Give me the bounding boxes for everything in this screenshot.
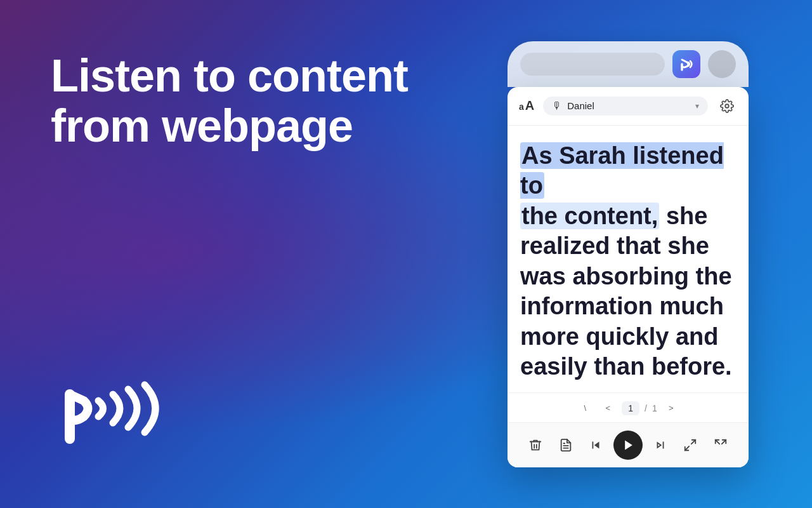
popup-controls bbox=[508, 422, 749, 467]
reading-text: As Sarah listened to the content, she re… bbox=[520, 141, 736, 382]
highlighted-text-blue: As Sarah listened to bbox=[520, 142, 724, 199]
play-button[interactable] bbox=[613, 431, 643, 460]
popup-content: As Sarah listened to the content, she re… bbox=[508, 126, 749, 392]
logo-area bbox=[51, 378, 431, 457]
small-a: a bbox=[519, 102, 524, 112]
font-size-button[interactable]: a A bbox=[519, 98, 534, 113]
browser-bar bbox=[508, 41, 749, 87]
svg-marker-4 bbox=[625, 440, 632, 450]
voice-name: Daniel bbox=[567, 100, 690, 111]
chevron-down-icon: ▾ bbox=[695, 102, 699, 110]
highlighted-text-light: the content, bbox=[520, 203, 659, 229]
skip-forward-button[interactable] bbox=[648, 432, 673, 458]
svg-line-6 bbox=[685, 446, 689, 450]
next-page-button[interactable]: > bbox=[662, 399, 680, 417]
page-number: 1 bbox=[622, 401, 639, 415]
skip-back-button[interactable] bbox=[583, 432, 608, 458]
voice-selector[interactable]: 🎙 Daniel ▾ bbox=[543, 97, 708, 116]
svg-line-7 bbox=[722, 439, 726, 443]
svg-line-8 bbox=[716, 439, 719, 443]
window-button[interactable] bbox=[708, 432, 733, 458]
delete-button[interactable] bbox=[523, 432, 548, 458]
right-section: a A 🎙 Daniel ▾ As Sarah bbox=[495, 41, 761, 467]
user-avatar bbox=[708, 50, 736, 78]
headline-line1: Listen to content bbox=[51, 51, 431, 101]
expand-button[interactable] bbox=[678, 432, 703, 458]
app-logo bbox=[51, 378, 190, 455]
reader-popup: a A 🎙 Daniel ▾ As Sarah bbox=[508, 87, 749, 467]
page-separator: / bbox=[645, 403, 647, 413]
settings-button[interactable] bbox=[717, 96, 737, 116]
large-a: A bbox=[525, 98, 534, 113]
microphone-icon: 🎙 bbox=[552, 100, 562, 112]
document-button[interactable] bbox=[553, 432, 579, 458]
total-pages: 1 bbox=[652, 403, 657, 413]
url-bar bbox=[520, 53, 665, 76]
popup-pagination: \ < 1 / 1 > bbox=[508, 392, 749, 422]
left-section: Listen to content from webpage bbox=[51, 38, 431, 470]
content-area: Listen to content from webpage bbox=[0, 0, 812, 508]
extension-icon[interactable] bbox=[672, 50, 700, 78]
headline-line2: from webpage bbox=[51, 101, 431, 151]
back-slash: \ bbox=[576, 399, 594, 417]
svg-point-0 bbox=[725, 104, 729, 108]
popup-header: a A 🎙 Daniel ▾ bbox=[508, 87, 749, 126]
svg-line-5 bbox=[691, 439, 695, 443]
headline: Listen to content from webpage bbox=[51, 51, 431, 151]
prev-page-button[interactable]: < bbox=[599, 399, 617, 417]
